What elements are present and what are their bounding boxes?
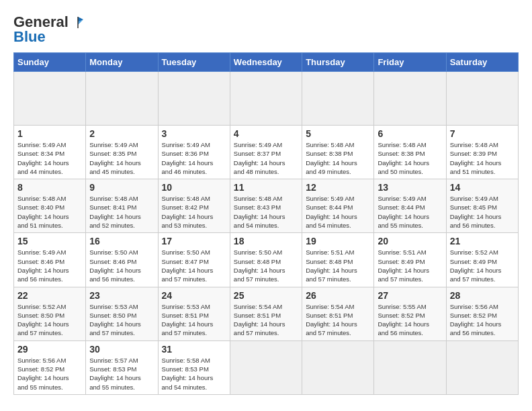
- day-number: 20: [378, 236, 442, 246]
- day-info: Sunrise: 5:51 AM Sunset: 8:49 PM Dayligh…: [378, 248, 442, 283]
- calendar-cell: [374, 72, 446, 126]
- day-info: Sunrise: 5:50 AM Sunset: 8:47 PM Dayligh…: [162, 248, 226, 283]
- day-number: 29: [17, 344, 82, 355]
- calendar-cell: [14, 72, 86, 126]
- calendar-cell: 20Sunrise: 5:51 AM Sunset: 8:49 PM Dayli…: [374, 233, 446, 287]
- day-info: Sunrise: 5:49 AM Sunset: 8:46 PM Dayligh…: [17, 248, 82, 283]
- calendar-cell: 6Sunrise: 5:48 AM Sunset: 8:38 PM Daylig…: [374, 126, 446, 179]
- calendar-cell: 13Sunrise: 5:49 AM Sunset: 8:44 PM Dayli…: [374, 179, 446, 233]
- calendar-cell: 17Sunrise: 5:50 AM Sunset: 8:47 PM Dayli…: [158, 233, 230, 287]
- day-info: Sunrise: 5:54 AM Sunset: 8:51 PM Dayligh…: [306, 302, 370, 338]
- day-number: 5: [306, 128, 370, 139]
- day-info: Sunrise: 5:49 AM Sunset: 8:35 PM Dayligh…: [89, 140, 154, 176]
- day-info: Sunrise: 5:48 AM Sunset: 8:39 PM Dayligh…: [450, 140, 515, 176]
- day-info: Sunrise: 5:49 AM Sunset: 8:45 PM Dayligh…: [450, 194, 515, 230]
- calendar-cell: 9Sunrise: 5:48 AM Sunset: 8:41 PM Daylig…: [86, 179, 158, 233]
- calendar-cell: [158, 72, 230, 126]
- day-number: 2: [89, 128, 154, 139]
- day-info: Sunrise: 5:56 AM Sunset: 8:52 PM Dayligh…: [450, 302, 515, 338]
- calendar-cell: 19Sunrise: 5:51 AM Sunset: 8:48 PM Dayli…: [302, 233, 374, 287]
- day-number: 24: [162, 290, 226, 301]
- col-header-friday: Friday: [374, 53, 446, 72]
- day-info: Sunrise: 5:49 AM Sunset: 8:44 PM Dayligh…: [378, 194, 442, 230]
- calendar-cell: 15Sunrise: 5:49 AM Sunset: 8:46 PM Dayli…: [14, 233, 86, 287]
- day-number: 1: [17, 128, 82, 139]
- calendar-cell: 28Sunrise: 5:56 AM Sunset: 8:52 PM Dayli…: [446, 287, 518, 340]
- day-info: Sunrise: 5:50 AM Sunset: 8:48 PM Dayligh…: [234, 248, 298, 283]
- day-info: Sunrise: 5:54 AM Sunset: 8:51 PM Dayligh…: [234, 302, 298, 338]
- calendar-cell: 8Sunrise: 5:48 AM Sunset: 8:40 PM Daylig…: [14, 179, 86, 233]
- day-number: 15: [17, 236, 82, 246]
- calendar-cell: [230, 340, 302, 394]
- calendar-table: SundayMondayTuesdayWednesdayThursdayFrid…: [13, 52, 519, 395]
- day-number: 13: [378, 182, 442, 193]
- calendar-cell: 26Sunrise: 5:54 AM Sunset: 8:51 PM Dayli…: [302, 287, 374, 340]
- day-number: 26: [306, 290, 370, 301]
- calendar-cell: 27Sunrise: 5:55 AM Sunset: 8:52 PM Dayli…: [374, 287, 446, 340]
- calendar-cell: [446, 340, 518, 394]
- calendar-cell: 23Sunrise: 5:53 AM Sunset: 8:50 PM Dayli…: [86, 287, 158, 340]
- calendar-cell: 22Sunrise: 5:52 AM Sunset: 8:50 PM Dayli…: [14, 287, 86, 340]
- day-info: Sunrise: 5:49 AM Sunset: 8:36 PM Dayligh…: [162, 140, 226, 176]
- day-number: 12: [306, 182, 370, 193]
- day-info: Sunrise: 5:49 AM Sunset: 8:37 PM Dayligh…: [234, 140, 298, 176]
- day-info: Sunrise: 5:49 AM Sunset: 8:34 PM Dayligh…: [17, 140, 82, 176]
- day-info: Sunrise: 5:55 AM Sunset: 8:52 PM Dayligh…: [378, 302, 442, 338]
- logo-flag-icon: [70, 15, 85, 30]
- calendar-cell: 7Sunrise: 5:48 AM Sunset: 8:39 PM Daylig…: [446, 126, 518, 179]
- day-number: 22: [17, 290, 82, 301]
- calendar-week-4: 15Sunrise: 5:49 AM Sunset: 8:46 PM Dayli…: [14, 233, 519, 287]
- day-info: Sunrise: 5:48 AM Sunset: 8:41 PM Dayligh…: [89, 194, 154, 230]
- day-number: 6: [378, 128, 442, 139]
- calendar-week-3: 8Sunrise: 5:48 AM Sunset: 8:40 PM Daylig…: [14, 179, 519, 233]
- calendar-cell: 24Sunrise: 5:53 AM Sunset: 8:51 PM Dayli…: [158, 287, 230, 340]
- day-number: 9: [89, 182, 154, 193]
- day-number: 17: [162, 236, 226, 246]
- col-header-sunday: Sunday: [14, 53, 86, 72]
- day-number: 28: [450, 290, 515, 301]
- calendar-cell: [374, 340, 446, 394]
- calendar-cell: [446, 72, 518, 126]
- calendar-cell: [230, 72, 302, 126]
- day-info: Sunrise: 5:53 AM Sunset: 8:51 PM Dayligh…: [162, 302, 226, 338]
- logo: General Blue: [13, 13, 85, 46]
- calendar-cell: 10Sunrise: 5:48 AM Sunset: 8:42 PM Dayli…: [158, 179, 230, 233]
- day-number: 11: [234, 182, 298, 193]
- day-number: 31: [162, 344, 226, 355]
- calendar-week-1: [14, 72, 519, 126]
- calendar-cell: 29Sunrise: 5:56 AM Sunset: 8:52 PM Dayli…: [14, 340, 86, 394]
- day-info: Sunrise: 5:48 AM Sunset: 8:40 PM Dayligh…: [17, 194, 82, 230]
- col-header-wednesday: Wednesday: [230, 53, 302, 72]
- calendar-week-2: 1Sunrise: 5:49 AM Sunset: 8:34 PM Daylig…: [14, 126, 519, 179]
- day-number: 21: [450, 236, 515, 246]
- calendar-cell: 30Sunrise: 5:57 AM Sunset: 8:53 PM Dayli…: [86, 340, 158, 394]
- calendar-cell: 3Sunrise: 5:49 AM Sunset: 8:36 PM Daylig…: [158, 126, 230, 179]
- day-info: Sunrise: 5:48 AM Sunset: 8:43 PM Dayligh…: [234, 194, 298, 230]
- day-info: Sunrise: 5:48 AM Sunset: 8:42 PM Dayligh…: [162, 194, 226, 230]
- day-info: Sunrise: 5:48 AM Sunset: 8:38 PM Dayligh…: [306, 140, 370, 176]
- day-number: 25: [234, 290, 298, 301]
- calendar-cell: 31Sunrise: 5:58 AM Sunset: 8:53 PM Dayli…: [158, 340, 230, 394]
- day-number: 16: [89, 236, 154, 246]
- day-info: Sunrise: 5:52 AM Sunset: 8:50 PM Dayligh…: [17, 302, 82, 338]
- day-number: 19: [306, 236, 370, 246]
- calendar-cell: [86, 72, 158, 126]
- calendar-cell: 4Sunrise: 5:49 AM Sunset: 8:37 PM Daylig…: [230, 126, 302, 179]
- day-info: Sunrise: 5:48 AM Sunset: 8:38 PM Dayligh…: [378, 140, 442, 176]
- calendar-week-5: 22Sunrise: 5:52 AM Sunset: 8:50 PM Dayli…: [14, 287, 519, 340]
- calendar-cell: 21Sunrise: 5:52 AM Sunset: 8:49 PM Dayli…: [446, 233, 518, 287]
- calendar-cell: 25Sunrise: 5:54 AM Sunset: 8:51 PM Dayli…: [230, 287, 302, 340]
- col-header-tuesday: Tuesday: [158, 53, 230, 72]
- day-info: Sunrise: 5:58 AM Sunset: 8:53 PM Dayligh…: [162, 356, 226, 392]
- calendar-cell: [302, 72, 374, 126]
- day-number: 30: [89, 344, 154, 355]
- calendar-cell: 14Sunrise: 5:49 AM Sunset: 8:45 PM Dayli…: [446, 179, 518, 233]
- day-number: 3: [162, 128, 226, 139]
- col-header-monday: Monday: [86, 53, 158, 72]
- calendar-cell: 18Sunrise: 5:50 AM Sunset: 8:48 PM Dayli…: [230, 233, 302, 287]
- calendar-cell: [302, 340, 374, 394]
- calendar-cell: 11Sunrise: 5:48 AM Sunset: 8:43 PM Dayli…: [230, 179, 302, 233]
- calendar-cell: 1Sunrise: 5:49 AM Sunset: 8:34 PM Daylig…: [14, 126, 86, 179]
- logo-blue: Blue: [13, 28, 46, 46]
- day-number: 4: [234, 128, 298, 139]
